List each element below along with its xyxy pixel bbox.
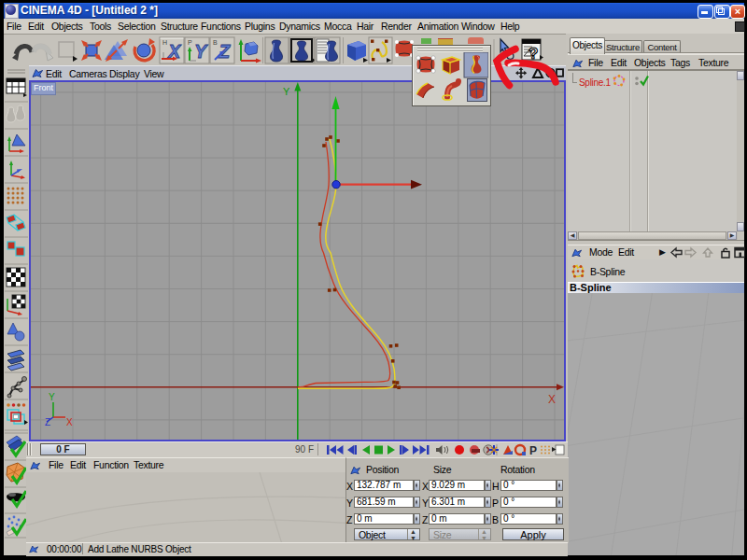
svg-text:Y: Y	[283, 86, 290, 97]
svg-text:P: P	[529, 444, 537, 457]
svg-text:X: X	[66, 417, 73, 427]
svg-text:B: B	[213, 39, 218, 46]
svg-text:Y: Y	[194, 41, 208, 62]
svg-text:Z: Z	[45, 417, 50, 427]
svg-text:Y: Y	[49, 392, 55, 402]
svg-text:H: H	[162, 39, 167, 46]
svg-text:X: X	[548, 393, 556, 406]
svg-text:P: P	[188, 39, 192, 46]
